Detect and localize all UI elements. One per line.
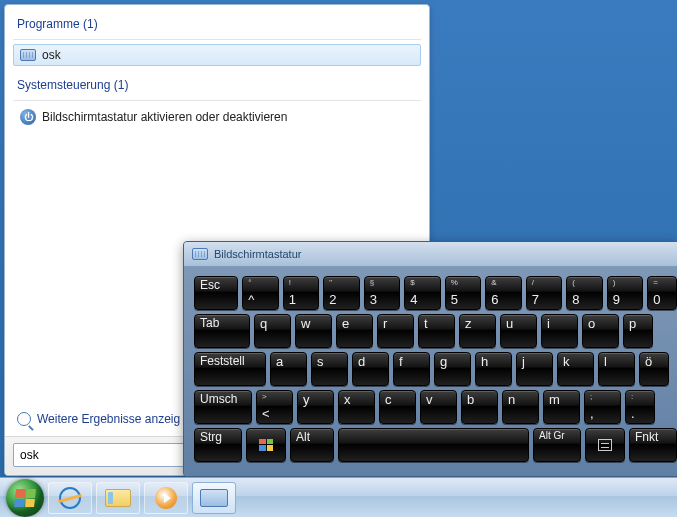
result-item-label: Bildschirmtastatur aktivieren oder deakt… <box>42 110 287 124</box>
key-alt[interactable]: Alt <box>290 428 334 462</box>
taskbar-explorer[interactable] <box>96 482 140 514</box>
osk-body: Esc °^ !1 "2 §3 $4 %5 &6 /7 (8 )9 =0 Tab… <box>184 266 677 476</box>
key-altgr[interactable]: Alt Gr <box>533 428 581 462</box>
key-u[interactable]: u <box>500 314 537 348</box>
key-s[interactable]: s <box>311 352 348 386</box>
key-1[interactable]: !1 <box>283 276 320 310</box>
key-row-2: Tab q w e r t z u i o p <box>194 314 677 348</box>
keyboard-icon <box>192 248 208 260</box>
key-windows[interactable] <box>246 428 286 462</box>
key-z[interactable]: z <box>459 314 496 348</box>
key-t[interactable]: t <box>418 314 455 348</box>
search-icon <box>17 412 31 426</box>
windows-icon <box>259 439 273 451</box>
key-row-1: Esc °^ !1 "2 §3 $4 %5 &6 /7 (8 )9 =0 <box>194 276 677 310</box>
key-e[interactable]: e <box>336 314 373 348</box>
group-header-controlpanel: Systemsteuerung (1) <box>13 74 421 98</box>
key-d[interactable]: d <box>352 352 389 386</box>
key-c[interactable]: c <box>379 390 416 424</box>
key-caret[interactable]: °^ <box>242 276 279 310</box>
result-item-osk[interactable]: osk <box>13 44 421 66</box>
key-shift[interactable]: Umsch <box>194 390 252 424</box>
key-0[interactable]: =0 <box>647 276 677 310</box>
key-8[interactable]: (8 <box>566 276 603 310</box>
key-g[interactable]: g <box>434 352 471 386</box>
taskbar-media-player[interactable] <box>144 482 188 514</box>
keyboard-icon <box>200 489 228 507</box>
key-w[interactable]: w <box>295 314 332 348</box>
key-4[interactable]: $4 <box>404 276 441 310</box>
more-results-label: Weitere Ergebnisse anzeig <box>37 412 180 426</box>
taskbar <box>0 477 677 517</box>
key-tab[interactable]: Tab <box>194 314 250 348</box>
ie-icon <box>59 487 81 509</box>
key-period[interactable]: :. <box>625 390 655 424</box>
key-capslock[interactable]: Feststell <box>194 352 266 386</box>
divider <box>13 39 421 40</box>
result-item-label: osk <box>42 48 61 62</box>
key-3[interactable]: §3 <box>364 276 401 310</box>
windows-icon <box>14 489 36 507</box>
key-5[interactable]: %5 <box>445 276 482 310</box>
group-header-programs: Programme (1) <box>13 13 421 37</box>
osk-window: Bildschirmtastatur Esc °^ !1 "2 §3 $4 %5… <box>183 241 677 477</box>
key-fn[interactable]: Fnkt <box>629 428 677 462</box>
key-q[interactable]: q <box>254 314 291 348</box>
key-h[interactable]: h <box>475 352 512 386</box>
key-b[interactable]: b <box>461 390 498 424</box>
osk-title-label: Bildschirmtastatur <box>214 248 301 260</box>
key-comma[interactable]: ;, <box>584 390 621 424</box>
keyboard-icon <box>20 49 36 61</box>
divider <box>13 100 421 101</box>
key-m[interactable]: m <box>543 390 580 424</box>
key-esc[interactable]: Esc <box>194 276 238 310</box>
key-n[interactable]: n <box>502 390 539 424</box>
key-space[interactable] <box>338 428 529 462</box>
key-l[interactable]: l <box>598 352 635 386</box>
taskbar-ie[interactable] <box>48 482 92 514</box>
key-f[interactable]: f <box>393 352 430 386</box>
key-ctrl[interactable]: Strg <box>194 428 242 462</box>
key-a[interactable]: a <box>270 352 307 386</box>
key-j[interactable]: j <box>516 352 553 386</box>
key-v[interactable]: v <box>420 390 457 424</box>
key-row-5: Strg Alt Alt Gr Fnkt <box>194 428 677 462</box>
folder-icon <box>105 489 131 507</box>
key-6[interactable]: &6 <box>485 276 522 310</box>
key-x[interactable]: x <box>338 390 375 424</box>
key-oe[interactable]: ö <box>639 352 669 386</box>
control-panel-icon: ⏻ <box>20 109 36 125</box>
start-button[interactable] <box>6 479 44 517</box>
key-p[interactable]: p <box>623 314 653 348</box>
key-row-4: Umsch >< y x c v b n m ;, :. <box>194 390 677 424</box>
key-7[interactable]: /7 <box>526 276 563 310</box>
key-9[interactable]: )9 <box>607 276 644 310</box>
result-item-osk-toggle[interactable]: ⏻ Bildschirmtastatur aktivieren oder dea… <box>13 105 421 129</box>
key-i[interactable]: i <box>541 314 578 348</box>
osk-titlebar[interactable]: Bildschirmtastatur <box>184 242 677 266</box>
key-context-menu[interactable] <box>585 428 625 462</box>
key-r[interactable]: r <box>377 314 414 348</box>
key-o[interactable]: o <box>582 314 619 348</box>
key-less[interactable]: >< <box>256 390 293 424</box>
key-k[interactable]: k <box>557 352 594 386</box>
key-y[interactable]: y <box>297 390 334 424</box>
key-row-3: Feststell a s d f g h j k l ö <box>194 352 677 386</box>
taskbar-osk[interactable] <box>192 482 236 514</box>
key-2[interactable]: "2 <box>323 276 360 310</box>
media-player-icon <box>155 487 177 509</box>
menu-icon <box>598 439 612 451</box>
